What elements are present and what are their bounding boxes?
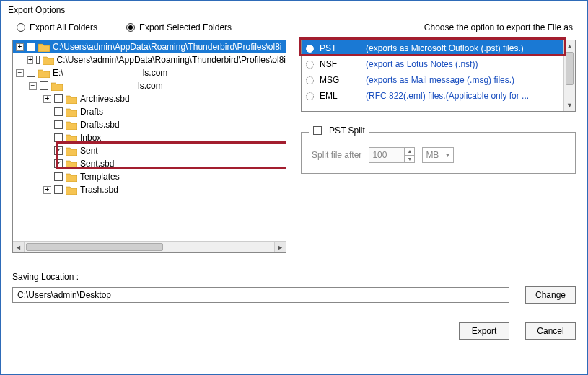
spacer — [43, 147, 51, 155]
split-size-input[interactable] — [369, 148, 404, 162]
radio-icon — [306, 92, 314, 100]
expand-icon[interactable]: + — [43, 186, 51, 194]
tree-label: Archives.sbd — [80, 94, 130, 104]
checkbox[interactable] — [36, 56, 40, 64]
expand-icon[interactable]: + — [27, 56, 33, 64]
scroll-left-icon[interactable]: ◄ — [13, 242, 25, 252]
tree-label: Sent.sbd — [80, 159, 114, 169]
checkbox[interactable] — [27, 43, 35, 51]
radio-icon — [306, 76, 314, 84]
scroll-thumb[interactable] — [566, 52, 574, 85]
checkbox[interactable] — [54, 107, 63, 116]
folder-icon — [66, 172, 77, 182]
spacer — [43, 121, 51, 129]
split-unit-label: MB — [426, 150, 439, 160]
tree-row[interactable]: Sent — [13, 144, 286, 157]
checkbox[interactable] — [54, 146, 63, 155]
cancel-button[interactable]: Cancel — [525, 322, 576, 340]
pst-split-group: PST Split Split file after ▲ ▼ MB ▼ — [301, 132, 576, 174]
format-option-eml[interactable]: EML(RFC 822(.eml) files.(Applicable only… — [302, 88, 563, 104]
scroll-right-icon[interactable]: ► — [274, 242, 286, 252]
tree-row[interactable]: Inbox — [13, 131, 286, 144]
vertical-scrollbar[interactable]: ▲ ▼ — [563, 40, 575, 111]
tree-label: Sent — [80, 146, 98, 156]
checkbox[interactable] — [54, 159, 63, 168]
window-title: Export Options — [1, 1, 587, 22]
tree-label: C:\Users\admin\AppData\Roaming\Thunderbi… — [53, 42, 281, 52]
format-option-nsf[interactable]: NSF(export as Lotus Notes (.nsf)) — [302, 56, 563, 72]
export-all-label: Export All Folders — [30, 22, 97, 32]
tree-row[interactable]: − ls.com — [13, 79, 286, 92]
tree-label: Inbox — [80, 133, 101, 143]
format-desc: (exports as Mail message (.msg) files.) — [366, 75, 559, 85]
scroll-down-icon[interactable]: ▼ — [564, 100, 575, 111]
tree-row[interactable]: − E:\ls.com — [13, 66, 286, 79]
checkbox[interactable] — [27, 69, 35, 77]
saving-location-label: Saving Location : — [12, 272, 576, 282]
checkbox[interactable] — [54, 120, 63, 129]
tree-row[interactable]: +Trash.sbd — [13, 183, 286, 196]
export-button[interactable]: Export — [459, 322, 509, 340]
tree-row[interactable]: + C:\Users\admin\AppData\Roaming\Thunder… — [13, 53, 286, 66]
format-list[interactable]: PST(exports as Microsoft Outlook (.pst) … — [301, 40, 576, 112]
folder-icon — [66, 120, 77, 130]
horizontal-scrollbar[interactable]: ◄ ► — [13, 241, 286, 252]
format-desc: (export as Lotus Notes (.nsf)) — [366, 59, 559, 69]
tree-row[interactable]: Sent.sbd — [13, 157, 286, 170]
tree-row[interactable]: +Archives.sbd — [13, 92, 286, 105]
split-unit-select[interactable]: MB ▼ — [422, 147, 454, 163]
scroll-thumb[interactable] — [26, 243, 163, 251]
checkbox[interactable] — [54, 94, 63, 103]
folder-icon — [51, 81, 63, 91]
change-button[interactable]: Change — [525, 286, 576, 304]
checkbox[interactable] — [40, 81, 48, 90]
spacer — [43, 134, 51, 142]
spacer — [43, 160, 51, 168]
scroll-up-icon[interactable]: ▲ — [564, 40, 575, 52]
tree-label: E:\ls.com — [53, 68, 167, 78]
checkbox[interactable] — [54, 185, 63, 194]
export-all-radio[interactable]: Export All Folders — [17, 22, 97, 32]
expand-icon[interactable]: + — [16, 43, 24, 51]
tree-label: C:\Users\admin\AppData\Roaming\Thunderbi… — [57, 55, 286, 65]
collapse-icon[interactable]: − — [16, 69, 24, 77]
tree-row[interactable]: Templates — [13, 170, 286, 183]
folder-icon — [66, 146, 77, 156]
format-option-pst[interactable]: PST(exports as Microsoft Outlook (.pst) … — [302, 40, 563, 56]
radio-icon — [306, 45, 314, 53]
tree-row[interactable]: Drafts — [13, 105, 286, 118]
export-selected-radio[interactable]: Export Selected Folders — [126, 22, 232, 32]
tree-label: Trash.sbd — [80, 185, 118, 195]
format-name: NSF — [320, 59, 360, 69]
export-mode-group: Export All Folders Export Selected Folde… — [12, 22, 576, 40]
expand-icon[interactable]: + — [43, 95, 51, 103]
folder-icon — [66, 107, 77, 117]
tree-row[interactable]: Drafts.sbd — [13, 118, 286, 131]
folder-icon — [66, 159, 77, 169]
folder-icon — [43, 56, 54, 65]
split-size-stepper[interactable]: ▲ ▼ — [369, 147, 415, 163]
format-option-msg[interactable]: MSG(exports as Mail message (.msg) files… — [302, 72, 563, 88]
saving-path-input[interactable] — [12, 287, 509, 303]
folder-icon — [66, 133, 77, 143]
step-up-icon[interactable]: ▲ — [405, 148, 414, 156]
spacer — [43, 108, 51, 116]
format-desc: (exports as Microsoft Outlook (.pst) fil… — [366, 43, 559, 53]
checkbox[interactable] — [54, 172, 63, 181]
folder-icon — [38, 69, 50, 78]
tree-row[interactable]: + C:\Users\admin\AppData\Roaming\Thunder… — [13, 40, 286, 53]
radio-icon — [126, 23, 135, 32]
tree-label: Drafts.sbd — [80, 120, 120, 130]
collapse-icon[interactable]: − — [29, 82, 37, 90]
tree-label: Templates — [80, 172, 120, 182]
radio-icon — [17, 23, 25, 32]
split-after-label: Split file after — [312, 150, 361, 160]
folder-tree[interactable]: + C:\Users\admin\AppData\Roaming\Thunder… — [12, 40, 286, 253]
checkbox[interactable] — [54, 133, 63, 142]
pst-split-label: PST Split — [329, 125, 365, 136]
chevron-down-icon: ▼ — [444, 152, 450, 159]
pst-split-checkbox[interactable] — [313, 126, 322, 135]
tree-label: Drafts — [80, 107, 103, 117]
step-down-icon[interactable]: ▼ — [405, 156, 414, 163]
format-name: MSG — [320, 75, 360, 85]
